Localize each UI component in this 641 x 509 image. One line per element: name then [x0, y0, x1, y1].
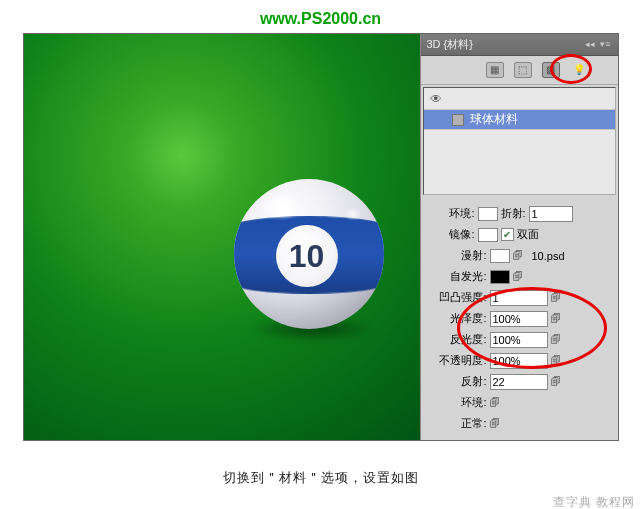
panel-mode-tabs: ▦ ⬚ ▩ 💡: [421, 56, 618, 85]
ball-highlight-small: [344, 207, 362, 221]
reflectivity-input[interactable]: [490, 332, 548, 348]
scene-tab-icon[interactable]: ▦: [486, 62, 504, 78]
bump-input[interactable]: [490, 290, 548, 306]
panel-title: 3D {材料}: [427, 37, 473, 52]
canvas-viewport[interactable]: 10: [24, 34, 420, 440]
billiard-ball[interactable]: 10: [234, 179, 384, 329]
refract-input[interactable]: [529, 206, 573, 222]
material-item-selected[interactable]: 球体材料: [424, 110, 615, 130]
diffuse-label: 漫射:: [425, 248, 487, 263]
normal-label: 正常:: [425, 416, 487, 431]
reflectivity-map-icon[interactable]: 🗐: [551, 333, 567, 347]
opacity-input[interactable]: [490, 353, 548, 369]
self-illum-swatch[interactable]: [490, 270, 510, 284]
refract-label: 折射:: [501, 206, 526, 221]
mirror-label: 镜像:: [425, 227, 475, 242]
material-swatch-icon: [452, 114, 464, 126]
panel-collapse-icon[interactable]: ◂◂: [584, 39, 596, 49]
bump-map-icon[interactable]: 🗐: [551, 291, 567, 305]
ball-number-circle: 10: [276, 225, 338, 287]
materials-panel: 3D {材料} ◂◂ ▾≡ ▦ ⬚ ▩ 💡 👁 球体材料: [420, 34, 618, 440]
app-frame: 10 3D {材料} ◂◂ ▾≡ ▦ ⬚ ▩ 💡: [23, 33, 619, 441]
self-illum-map-icon[interactable]: 🗐: [513, 270, 529, 284]
mirror-swatch[interactable]: [478, 228, 498, 242]
instruction-caption: 切换到＂材料＂选项，设置如图: [20, 441, 621, 487]
double-sided-checkbox[interactable]: ✔: [501, 228, 514, 241]
reflection-input[interactable]: [490, 374, 548, 390]
opacity-label: 不透明度:: [425, 353, 487, 368]
diffuse-swatch[interactable]: [490, 249, 510, 263]
env-map-icon[interactable]: 🗐: [490, 396, 506, 410]
reflection-map-icon[interactable]: 🗐: [551, 375, 567, 389]
reflection-label: 反射:: [425, 374, 487, 389]
panel-menu-icon[interactable]: ▾≡: [600, 39, 612, 49]
bump-label: 凹凸强度:: [425, 290, 487, 305]
gloss-label: 光泽度:: [425, 311, 487, 326]
gloss-map-icon[interactable]: 🗐: [551, 312, 567, 326]
reflectivity-label: 反光度:: [425, 332, 487, 347]
light-tab-icon[interactable]: 💡: [570, 62, 588, 78]
visibility-eye-icon[interactable]: 👁: [424, 92, 448, 106]
materials-tab-icon[interactable]: ▩: [542, 62, 560, 78]
gloss-input[interactable]: [490, 311, 548, 327]
double-sided-label: 双面: [517, 227, 539, 242]
normal-map-icon[interactable]: 🗐: [490, 417, 506, 431]
ball-highlight: [259, 191, 304, 221]
env-swatch[interactable]: [478, 207, 498, 221]
url-watermark: www.PS2000.cn: [20, 10, 621, 33]
diffuse-map-icon[interactable]: 🗐: [513, 249, 529, 263]
material-list: 👁 球体材料: [423, 87, 616, 195]
diffuse-file: 10.psd: [532, 250, 565, 262]
self-illum-label: 自发光:: [425, 269, 487, 284]
material-name: 球体材料: [470, 111, 518, 128]
material-list-header[interactable]: 👁: [424, 88, 615, 110]
footer-watermark: 查字典 教程网: [553, 494, 635, 509]
env-label: 环境:: [425, 206, 475, 221]
material-properties: 环境: 折射: 镜像: ✔ 双面 漫射: 🗐 10.psd: [421, 197, 618, 440]
mesh-tab-icon[interactable]: ⬚: [514, 62, 532, 78]
panel-header[interactable]: 3D {材料} ◂◂ ▾≡: [421, 34, 618, 56]
env2-label: 环境:: [425, 395, 487, 410]
opacity-map-icon[interactable]: 🗐: [551, 354, 567, 368]
